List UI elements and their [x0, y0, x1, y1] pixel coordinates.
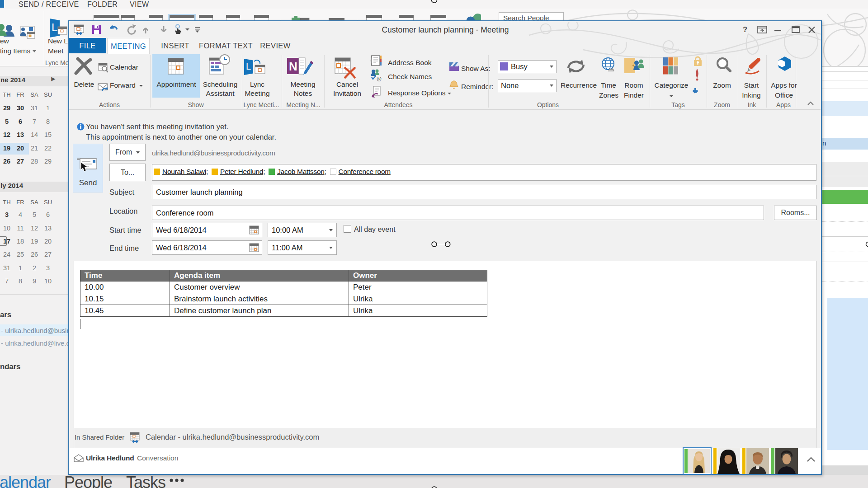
svg-text:L: L	[246, 61, 251, 71]
svg-text:?: ?	[743, 25, 747, 33]
svg-text:@: @	[377, 76, 382, 81]
svg-text:N: N	[289, 60, 297, 73]
